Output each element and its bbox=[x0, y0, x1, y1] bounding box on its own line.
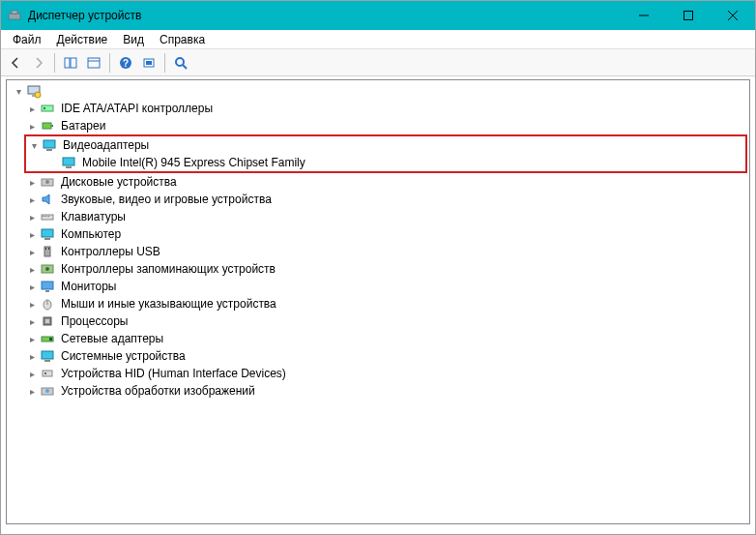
chevron-right-icon[interactable]: ▸ bbox=[26, 315, 38, 327]
chevron-right-icon[interactable]: ▸ bbox=[26, 103, 38, 114]
tree-item-usb[interactable]: ▸ Контроллеры USB bbox=[9, 243, 747, 260]
menu-help[interactable]: Справка bbox=[152, 31, 213, 48]
svg-rect-20 bbox=[44, 107, 45, 109]
help-button[interactable]: ? bbox=[115, 52, 136, 74]
chevron-right-icon[interactable]: ▸ bbox=[26, 263, 38, 275]
tree-item-display-adapters[interactable]: ▾ Видеоадаптеры bbox=[26, 136, 745, 154]
tree-item-monitor[interactable]: ▸ Мониторы bbox=[9, 278, 747, 295]
chevron-right-icon[interactable]: ▸ bbox=[26, 385, 38, 397]
tree-item-network[interactable]: ▸ Сетевые адаптеры bbox=[9, 330, 747, 347]
forward-button[interactable] bbox=[28, 52, 49, 74]
tree-item-label: Мыши и иные указывающие устройства bbox=[59, 297, 278, 311]
computer-icon bbox=[26, 83, 42, 99]
tree-item-computer[interactable]: ▸ Компьютер bbox=[9, 225, 747, 243]
window-title: Диспетчер устройств bbox=[28, 9, 622, 22]
chevron-right-icon[interactable]: ▸ bbox=[26, 211, 38, 223]
show-hide-tree-button[interactable] bbox=[60, 52, 81, 74]
chevron-right-icon[interactable]: ▸ bbox=[26, 368, 38, 379]
usb-icon bbox=[40, 244, 55, 259]
tree-item-label: IDE ATA/ATAPI контроллеры bbox=[59, 102, 215, 115]
svg-rect-51 bbox=[43, 371, 52, 376]
back-button[interactable] bbox=[5, 52, 26, 74]
chevron-right-icon[interactable]: ▸ bbox=[26, 333, 38, 344]
svg-point-40 bbox=[45, 267, 49, 271]
imaging-device-icon bbox=[40, 383, 55, 399]
chevron-right-icon[interactable]: ▸ bbox=[26, 298, 38, 310]
system-device-icon bbox=[40, 348, 55, 364]
tree-item-label: Контроллеры USB bbox=[59, 245, 162, 258]
svg-rect-31 bbox=[44, 216, 45, 217]
chevron-right-icon[interactable]: ▸ bbox=[26, 228, 38, 240]
tree-item-hid[interactable]: ▸ Устройства HID (Human Interface Device… bbox=[9, 365, 747, 382]
scan-hardware-button[interactable] bbox=[138, 52, 160, 74]
chevron-right-icon[interactable]: ▸ bbox=[26, 281, 38, 292]
tree-item-label: Системные устройства bbox=[59, 349, 188, 363]
chevron-down-icon[interactable]: ▾ bbox=[28, 139, 40, 151]
tree-item-label: Устройства обработки изображений bbox=[59, 384, 257, 398]
svg-rect-0 bbox=[9, 14, 20, 19]
device-tree: ▾ ▸ IDE ATA/ATAPI контроллеры ▸ Батареи … bbox=[9, 82, 747, 400]
tree-item-label: Видеоадаптеры bbox=[61, 138, 151, 152]
svg-point-28 bbox=[45, 180, 49, 184]
computer-icon bbox=[40, 226, 55, 242]
svg-rect-37 bbox=[45, 248, 46, 250]
tree-item-batteries[interactable]: ▸ Батареи bbox=[9, 117, 747, 134]
storage-controller-icon bbox=[40, 261, 55, 277]
tree-item-imaging[interactable]: ▸ Устройства обработки изображений bbox=[9, 382, 747, 400]
menu-file[interactable]: Файл bbox=[5, 31, 49, 48]
tree-item-display-device[interactable]: ▸ Mobile Intel(R) 945 Express Chipset Fa… bbox=[26, 154, 745, 171]
tree-item-ide[interactable]: ▸ IDE ATA/ATAPI контроллеры bbox=[9, 100, 747, 117]
properties-button[interactable] bbox=[83, 52, 104, 74]
toolbar: ? bbox=[1, 49, 755, 76]
svg-rect-26 bbox=[66, 166, 72, 168]
toolbar-separator bbox=[54, 53, 55, 73]
menubar: Файл Действие Вид Справка bbox=[1, 30, 755, 49]
tree-item-label: Дисковые устройства bbox=[59, 175, 179, 189]
svg-rect-13 bbox=[146, 61, 152, 65]
find-button[interactable] bbox=[170, 52, 191, 74]
maximize-button[interactable] bbox=[666, 1, 711, 30]
svg-text:?: ? bbox=[123, 58, 129, 69]
tree-item-storage[interactable]: ▸ Контроллеры запоминающих устройств bbox=[9, 260, 747, 278]
titlebar: Диспетчер устройств bbox=[1, 1, 755, 30]
tree-item-label: Клавиатуры bbox=[59, 210, 128, 223]
tree-item-keyboard[interactable]: ▸ Клавиатуры bbox=[9, 208, 747, 225]
tree-item-system[interactable]: ▸ Системные устройства bbox=[9, 347, 747, 365]
tree-item-label: Мониторы bbox=[59, 280, 118, 293]
hid-icon bbox=[40, 366, 55, 381]
disk-drive-icon bbox=[40, 174, 55, 190]
svg-rect-22 bbox=[51, 125, 53, 127]
minimize-button[interactable] bbox=[622, 1, 666, 30]
chevron-down-icon[interactable]: ▾ bbox=[13, 85, 24, 97]
chevron-right-icon[interactable]: ▸ bbox=[26, 120, 38, 132]
tree-item-processor[interactable]: ▸ Процессоры bbox=[9, 312, 747, 330]
svg-rect-36 bbox=[44, 247, 50, 256]
svg-rect-6 bbox=[65, 58, 70, 68]
tree-root[interactable]: ▾ bbox=[9, 82, 747, 100]
chevron-right-icon[interactable]: ▸ bbox=[26, 246, 38, 257]
svg-rect-23 bbox=[44, 140, 55, 148]
processor-icon bbox=[40, 313, 55, 329]
toolbar-separator bbox=[109, 53, 110, 73]
svg-point-14 bbox=[176, 58, 184, 66]
toolbar-separator bbox=[164, 53, 165, 73]
svg-rect-21 bbox=[43, 123, 51, 129]
chevron-right-icon[interactable]: ▸ bbox=[26, 193, 38, 205]
chevron-right-icon[interactable]: ▸ bbox=[26, 176, 38, 188]
menu-view[interactable]: Вид bbox=[115, 31, 152, 48]
tree-item-label: Процессоры bbox=[59, 314, 131, 328]
svg-rect-7 bbox=[71, 58, 76, 68]
svg-rect-1 bbox=[12, 11, 17, 14]
display-device-icon bbox=[61, 155, 76, 170]
tree-item-label: Контроллеры запоминающих устройств bbox=[59, 262, 277, 276]
menu-action[interactable]: Действие bbox=[49, 31, 116, 48]
highlighted-section: ▾ Видеоадаптеры ▸ Mobile Intel(R) 945 Ex… bbox=[24, 134, 747, 173]
tree-item-disk[interactable]: ▸ Дисковые устройства bbox=[9, 173, 747, 191]
device-tree-pane[interactable]: ▾ ▸ IDE ATA/ATAPI контроллеры ▸ Батареи … bbox=[6, 79, 750, 524]
tree-item-mouse[interactable]: ▸ Мыши и иные указывающие устройства bbox=[9, 295, 747, 312]
tree-item-sound[interactable]: ▸ Звуковые, видео и игровые устройства bbox=[9, 191, 747, 208]
tree-item-label: Батареи bbox=[59, 119, 107, 133]
sound-icon bbox=[40, 192, 55, 207]
chevron-right-icon[interactable]: ▸ bbox=[26, 350, 38, 362]
close-button[interactable] bbox=[711, 1, 755, 30]
